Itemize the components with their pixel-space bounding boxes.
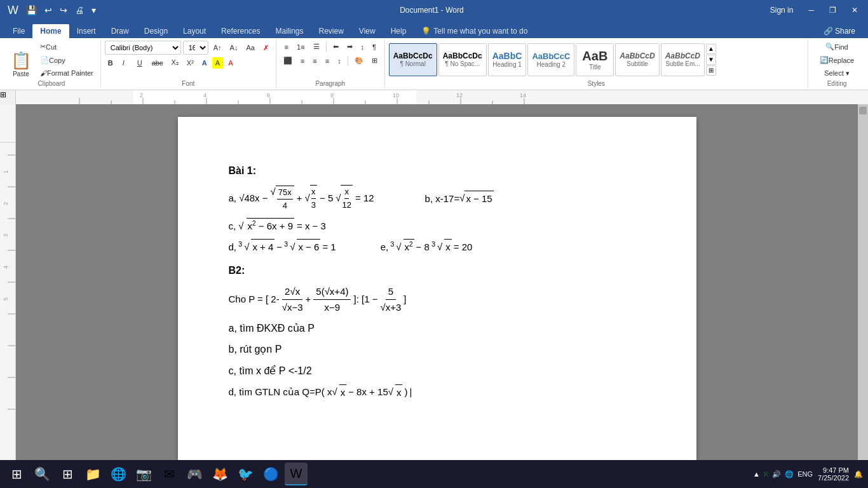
underline-btn[interactable]: U	[134, 57, 147, 69]
svg-text:2: 2	[3, 202, 9, 205]
style-heading1[interactable]: AaBbC Heading 1	[488, 43, 527, 76]
font-name-selector[interactable]: Calibri (Body)	[105, 41, 181, 55]
increase-indent-btn[interactable]: ➡	[344, 41, 356, 53]
minimize-btn[interactable]: ─	[803, 4, 819, 16]
align-center-btn[interactable]: ≡	[297, 55, 308, 67]
tab-file[interactable]: File	[5, 24, 32, 38]
time-display: 9:47 PM	[818, 466, 849, 474]
taskbar-camera[interactable]: 📷	[132, 463, 155, 485]
styles-label: Styles	[588, 80, 605, 87]
redo-btn[interactable]: ↪	[57, 4, 70, 17]
vertical-scrollbar[interactable]	[858, 104, 868, 470]
style-expand[interactable]: ⊞	[706, 65, 716, 76]
tab-mailings[interactable]: Mailings	[268, 24, 311, 38]
style-normal-label: ¶ Normal	[400, 60, 425, 67]
word-icon[interactable]: W	[5, 3, 21, 18]
tab-review[interactable]: Review	[311, 24, 351, 38]
style-subtle-em[interactable]: AaBbCcD Subtle Em...	[661, 43, 705, 76]
style-no-spacing[interactable]: AaBbCcDc ¶ No Spac...	[438, 43, 487, 76]
strikethrough-btn[interactable]: abc	[149, 57, 166, 69]
tab-view[interactable]: View	[351, 24, 383, 38]
tab-help[interactable]: Help	[383, 24, 414, 38]
format-painter-button[interactable]: 🖌 Format Painter	[37, 67, 97, 79]
style-heading2[interactable]: AaBbCcC Heading 2	[527, 43, 574, 76]
bold-btn[interactable]: B	[105, 57, 118, 69]
tab-tell-me[interactable]: 💡 Tell me what you want to do	[414, 24, 535, 38]
style-title[interactable]: AaB Title	[576, 43, 614, 76]
sign-in-btn[interactable]: Sign in	[765, 4, 799, 16]
align-left-btn[interactable]: ⬛	[280, 55, 295, 67]
close-btn[interactable]: ✕	[846, 4, 863, 16]
tab-insert[interactable]: Insert	[69, 24, 104, 38]
font-color-btn[interactable]: A	[225, 57, 236, 69]
borders-btn[interactable]: ⊞	[369, 55, 381, 67]
main-area: 1 2 3 4 5 Bài 1: a, √48x − √ 75x4	[0, 104, 868, 470]
share-btn[interactable]: 🔗 Share	[816, 24, 863, 38]
font-label: Font	[182, 80, 194, 87]
taskbar-firefox[interactable]: 🦊	[208, 463, 231, 485]
taskbar-app7[interactable]: 🐦	[234, 463, 257, 485]
restore-btn[interactable]: ❐	[824, 4, 841, 16]
italic-btn[interactable]: I	[119, 57, 132, 69]
multilevel-btn[interactable]: ☰	[310, 41, 323, 53]
document-area[interactable]: Bài 1: a, √48x − √ 75x4 + √x3	[16, 104, 858, 470]
taskbar-app8[interactable]: 🔵	[259, 463, 282, 485]
svg-rect-1	[133, 90, 416, 104]
taskbar-word[interactable]: W	[285, 463, 308, 485]
speaker-icon[interactable]: 🔊	[772, 470, 781, 478]
save-btn[interactable]: 💾	[24, 4, 39, 17]
clock[interactable]: 9:47 PM 7/25/2022	[818, 466, 849, 482]
copy-button[interactable]: 📄 Copy	[37, 54, 97, 66]
show-formatting-btn[interactable]: ¶	[369, 41, 379, 53]
taskview-button[interactable]: ⊞	[56, 463, 79, 485]
search-button[interactable]: 🔍	[31, 463, 53, 485]
taskbar-app5[interactable]: 🎮	[183, 463, 206, 485]
change-case-btn[interactable]: Aa	[243, 42, 257, 53]
text-highlight-btn[interactable]: A	[212, 57, 223, 69]
style-scroll-up[interactable]: ▲	[706, 44, 716, 54]
start-button[interactable]: ⊞	[5, 463, 28, 485]
decrease-indent-btn[interactable]: ⬅	[330, 41, 342, 53]
ruler-corner[interactable]: ⊞	[0, 90, 16, 104]
paste-button[interactable]: 📋 Paste	[6, 48, 36, 81]
style-subtitle[interactable]: AaBbCcD Subtitle	[615, 43, 659, 76]
tab-draw[interactable]: Draw	[104, 24, 137, 38]
tab-design[interactable]: Design	[137, 24, 175, 38]
tab-layout[interactable]: Layout	[175, 24, 214, 38]
numbering-btn[interactable]: 1≡	[294, 41, 308, 53]
tab-references[interactable]: References	[214, 24, 268, 38]
line-spacing-btn[interactable]: ↕	[334, 55, 344, 67]
text-effects-btn[interactable]: A	[199, 57, 210, 69]
find-btn[interactable]: 🔍 Find	[822, 41, 851, 53]
tab-home[interactable]: Home	[32, 24, 69, 38]
select-btn[interactable]: Select ▾	[821, 67, 853, 79]
network-icon[interactable]: 🌐	[785, 470, 794, 478]
justify-btn[interactable]: ≡	[322, 55, 332, 67]
undo-btn[interactable]: ↩	[42, 4, 55, 17]
style-normal[interactable]: AaBbCcDc ¶ Normal	[389, 43, 437, 76]
language-btn[interactable]: ENG	[797, 470, 813, 478]
taskbar-left: ⊞ 🔍 ⊞ 📁 🌐 📷 ✉ 🎮 🦊 🐦 🔵 W	[5, 463, 308, 485]
taskbar-chrome[interactable]: 🌐	[107, 463, 130, 485]
taskbar-explorer[interactable]: 📁	[81, 463, 104, 485]
cut-button[interactable]: ✂ Cut	[37, 41, 97, 53]
taskbar-mail[interactable]: ✉	[158, 463, 180, 485]
font-size-selector[interactable]: 16	[183, 41, 208, 55]
grow-font-btn[interactable]: A↑	[210, 42, 225, 53]
replace-btn[interactable]: 🔄 Replace	[817, 54, 857, 66]
sort-btn[interactable]: ↕	[358, 41, 368, 53]
notifications-btn[interactable]: 🔔	[854, 470, 863, 478]
shrink-font-btn[interactable]: A↓	[227, 42, 241, 53]
clear-formatting-btn[interactable]: ✗	[260, 42, 272, 54]
bullets-btn[interactable]: ≡	[281, 41, 292, 53]
align-right-btn[interactable]: ≡	[309, 55, 320, 67]
shading-btn[interactable]: 🎨	[351, 55, 367, 67]
subscript-btn[interactable]: X₂	[168, 57, 182, 69]
style-scroll-down[interactable]: ▼	[706, 55, 716, 65]
print-btn[interactable]: 🖨	[72, 4, 86, 17]
chevron-up-icon[interactable]: ▲	[753, 470, 760, 478]
customize-btn[interactable]: ▾	[89, 4, 98, 17]
kaspersky-icon[interactable]: K	[764, 470, 768, 478]
superscript-btn[interactable]: X²	[184, 57, 197, 69]
scroll-thumb[interactable]	[859, 107, 867, 114]
